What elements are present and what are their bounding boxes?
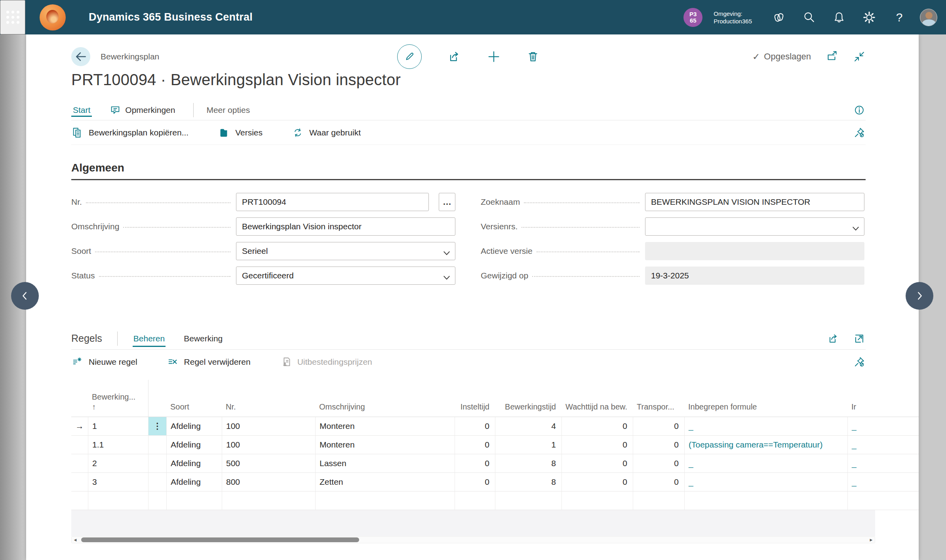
soort-select[interactable]: Serieel <box>236 242 455 260</box>
cell-formule-link[interactable]: _ <box>684 473 847 491</box>
new-line-button[interactable]: Nieuwe regel <box>71 356 137 368</box>
scroll-left-arrow[interactable]: ◄ <box>72 537 79 542</box>
where-used-button[interactable]: Waar gebruikt <box>292 127 361 139</box>
app-launcher-button[interactable] <box>0 0 25 34</box>
omschrijving-input[interactable]: Bewerkingsplan Vision inspector <box>236 217 455 236</box>
cell-nr[interactable]: 500 <box>222 454 315 473</box>
cell-formule-link[interactable]: _ <box>684 417 847 436</box>
search-button[interactable] <box>799 8 818 27</box>
table-row-empty[interactable] <box>71 491 919 510</box>
cell-wachttijd[interactable]: 0 <box>562 436 633 454</box>
cell-omschrijving[interactable]: Monteren <box>315 436 455 454</box>
cell-omschrijving[interactable]: Zetten <box>315 473 455 491</box>
cell-insteltijd[interactable]: 0 <box>455 473 495 491</box>
user-avatar[interactable] <box>920 9 937 26</box>
tab-meer-opties[interactable]: Meer opties <box>205 100 251 120</box>
subtab-beheren[interactable]: Beheren <box>133 328 166 349</box>
cell-omschrijving[interactable]: Lassen <box>315 454 455 473</box>
cell-wachttijd[interactable]: 0 <box>562 473 633 491</box>
environment-badge[interactable]: P3 65 <box>683 8 702 27</box>
delete-line-button[interactable]: Regel verwijderen <box>167 356 251 368</box>
versienrs-select[interactable] <box>645 217 864 236</box>
unpin-lines-button[interactable] <box>853 356 866 368</box>
cell-transport[interactable]: 0 <box>633 436 684 454</box>
header-nr[interactable]: Nr. <box>222 402 315 417</box>
cell-menu-button[interactable] <box>148 454 166 473</box>
previous-record-button[interactable] <box>11 282 39 310</box>
cell-transport[interactable]: 0 <box>633 417 684 436</box>
delete-button[interactable] <box>526 50 540 63</box>
cell-nr[interactable]: 100 <box>222 436 315 454</box>
cell-soort[interactable]: Afdeling <box>166 473 222 491</box>
help-button[interactable]: ? <box>890 8 909 27</box>
table-row[interactable]: 2 Afdeling 500 Lassen 0 8 0 0 _ _ <box>71 454 919 473</box>
table-row[interactable]: → 1 ⋮ Afdeling 100 Monteren 0 4 0 0 _ _ <box>71 417 919 436</box>
header-bewerking[interactable]: Bewerking... ↑ <box>88 392 148 417</box>
versions-button[interactable]: Versies <box>218 127 263 139</box>
header-transport[interactable]: Transpor... <box>633 402 684 417</box>
header-omschrijving[interactable]: Omschrijving <box>315 402 455 417</box>
header-wachttijd[interactable]: Wachttijd na bew. <box>562 402 633 417</box>
copy-routing-button[interactable]: Bewerkingsplan kopiëren... <box>71 127 188 139</box>
cell-extra-link[interactable]: _ <box>847 417 919 436</box>
edit-button[interactable] <box>397 44 422 69</box>
cell-menu-button[interactable] <box>148 436 166 454</box>
cell-soort[interactable]: Afdeling <box>166 454 222 473</box>
cell-bewerkingstijd[interactable]: 1 <box>495 436 562 454</box>
new-record-button[interactable] <box>487 50 501 64</box>
cell-extra-link[interactable]: _ <box>847 473 919 491</box>
tab-start[interactable]: Start <box>71 100 92 120</box>
unpin-ribbon-button[interactable] <box>853 126 866 139</box>
share-lines-button[interactable] <box>827 332 839 345</box>
header-bewerkingstijd[interactable]: Bewerkingstijd <box>495 402 562 417</box>
cell-wachttijd[interactable]: 0 <box>562 454 633 473</box>
cell-nr[interactable]: 800 <box>222 473 315 491</box>
cell-menu-button[interactable]: ⋮ <box>148 417 166 436</box>
table-row[interactable]: 1.1 Afdeling 100 Monteren 0 1 0 0 (Toepa… <box>71 436 919 454</box>
cell-soort[interactable]: Afdeling <box>166 436 222 454</box>
cell-extra-link[interactable]: _ <box>847 436 919 454</box>
back-button[interactable] <box>71 47 90 66</box>
cell-bewerking[interactable]: 1 <box>88 417 148 436</box>
cell-soort[interactable]: Afdeling <box>166 417 222 436</box>
environment-label[interactable]: Omgeving: Production365 <box>714 10 752 25</box>
header-insteltijd[interactable]: Insteltijd <box>455 402 495 417</box>
cell-insteltijd[interactable]: 0 <box>455 436 495 454</box>
info-button[interactable] <box>853 104 866 116</box>
header-formule[interactable]: Inbegrepen formule <box>684 402 847 417</box>
cell-wachttijd[interactable]: 0 <box>562 417 633 436</box>
cell-formule-link[interactable]: _ <box>684 454 847 473</box>
cell-formule-link[interactable]: (Toepassing camera==Temperatuur) <box>684 436 847 454</box>
scrollbar-thumb[interactable] <box>81 537 359 542</box>
cell-nr[interactable]: 100 <box>222 417 315 436</box>
cell-transport[interactable]: 0 <box>633 454 684 473</box>
subtab-bewerking[interactable]: Bewerking <box>183 328 223 349</box>
collapse-button[interactable] <box>853 50 866 63</box>
cell-transport[interactable]: 0 <box>633 473 684 491</box>
cell-insteltijd[interactable]: 0 <box>455 454 495 473</box>
settings-button[interactable] <box>860 8 879 27</box>
copilot-button[interactable] <box>769 8 788 27</box>
horizontal-scrollbar[interactable]: ◄ ► <box>71 536 875 543</box>
cell-bewerkingstijd[interactable]: 4 <box>495 417 562 436</box>
tab-opmerkingen[interactable]: Opmerkingen <box>108 100 177 120</box>
cell-omschrijving[interactable]: Monteren <box>315 417 455 436</box>
cell-bewerking[interactable]: 2 <box>88 454 148 473</box>
nr-input[interactable]: PRT100094 <box>236 193 429 211</box>
next-record-button[interactable] <box>906 282 933 310</box>
header-soort[interactable]: Soort <box>166 402 222 417</box>
open-in-new-window-button[interactable] <box>825 50 839 63</box>
share-button[interactable] <box>447 50 461 64</box>
cell-menu-button[interactable] <box>148 473 166 491</box>
cell-extra-link[interactable]: _ <box>847 454 919 473</box>
open-lines-in-window-button[interactable] <box>853 332 866 345</box>
scroll-right-arrow[interactable]: ► <box>868 537 875 542</box>
cell-insteltijd[interactable]: 0 <box>455 417 495 436</box>
table-row[interactable]: 3 Afdeling 800 Zetten 0 8 0 0 _ _ <box>71 473 919 491</box>
cell-bewerking[interactable]: 1.1 <box>88 436 148 454</box>
breadcrumb[interactable]: Bewerkingsplan <box>101 52 159 61</box>
status-select[interactable]: Gecertificeerd <box>236 267 455 285</box>
notifications-button[interactable] <box>830 8 849 27</box>
cell-bewerkingstijd[interactable]: 8 <box>495 473 562 491</box>
cell-bewerking[interactable]: 3 <box>88 473 148 491</box>
